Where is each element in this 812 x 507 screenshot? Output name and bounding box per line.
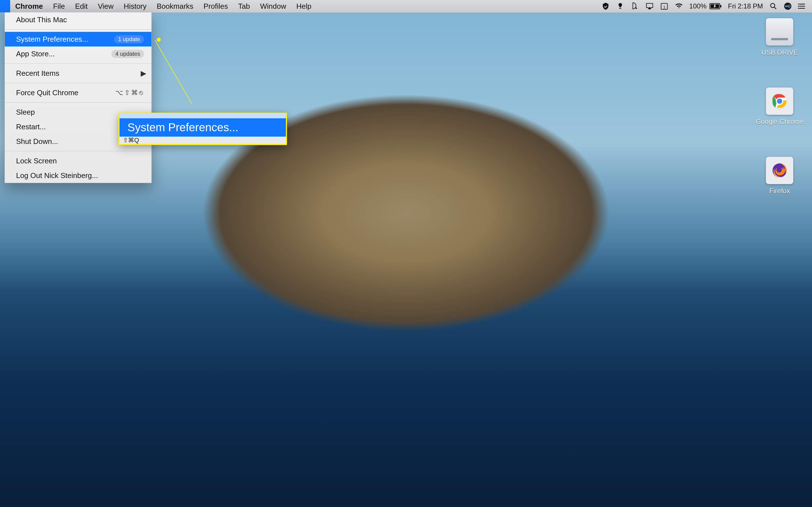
app-menu-history[interactable]: History [119, 0, 152, 12]
menu-label: Bookmarks [157, 2, 193, 11]
app-menu-file[interactable]: File [48, 0, 70, 12]
app-menu-bookmarks[interactable]: Bookmarks [152, 0, 199, 12]
app-menu-profiles[interactable]: Profiles [199, 0, 233, 12]
desktop-icons: USB DRIVEGoogle ChromeFirefox [756, 18, 804, 195]
menu-label: History [124, 2, 147, 11]
desktop-icon-label: Firefox [769, 187, 790, 195]
date-icon[interactable]: 1 [660, 2, 668, 10]
spotlight-icon[interactable] [769, 2, 777, 10]
svg-point-9 [798, 8, 799, 9]
battery-status[interactable]: 100% [689, 2, 722, 10]
firefox-icon [766, 157, 794, 184]
svg-text:1: 1 [663, 5, 665, 9]
menu-label: Window [260, 2, 286, 11]
apple-menu-dropdown: About This MacSystem Preferences...1 upd… [4, 12, 152, 183]
menu-item-label: Recent Items [16, 69, 59, 78]
menu-label: View [98, 2, 114, 11]
app-menu-edit[interactable]: Edit [70, 0, 93, 12]
svg-point-8 [798, 6, 799, 7]
menu-separator [5, 63, 151, 64]
svg-point-7 [798, 4, 799, 5]
apple-menu-item[interactable]: System Preferences...1 update [5, 32, 151, 47]
menu-label: File [53, 2, 65, 11]
callout-header-strip [119, 114, 286, 118]
update-badge: 1 update [114, 35, 144, 43]
menu-item-label: Log Out Nick Steinberg... [16, 171, 98, 180]
menu-label: Help [296, 2, 311, 11]
wifi-icon[interactable] [675, 2, 683, 10]
annotation-callout: System Preferences... ⇧⌘Q [118, 113, 287, 145]
callout-shortcut: ⇧⌘Q [123, 136, 139, 144]
submenu-arrow-icon: ▶ [141, 69, 146, 78]
drive-icon [766, 18, 794, 46]
menu-item-label: App Store... [16, 50, 55, 58]
menu-label: Tab [238, 2, 250, 11]
app-menu-tab[interactable]: Tab [233, 0, 255, 12]
apple-menu-item[interactable]: App Store...4 updates [5, 47, 151, 61]
apple-menu-item[interactable]: About This Mac [5, 12, 151, 27]
svg-point-5 [770, 3, 775, 8]
desktop-icon[interactable]: Google Chrome [756, 87, 804, 126]
menu-item-label: System Preferences... [16, 35, 88, 44]
menu-separator [5, 102, 151, 103]
menu-item-label: Lock Screen [16, 157, 57, 165]
menu-label: Chrome [15, 2, 43, 11]
menu-separator [5, 29, 151, 30]
desktop-icon-label: Google Chrome [756, 118, 804, 126]
menu-bar-clock[interactable]: Fri 2:18 PM [728, 2, 763, 10]
annotation-dot [157, 38, 161, 42]
menu-label: Edit [75, 2, 88, 11]
update-badge: 4 updates [111, 50, 144, 58]
apple-menu-item[interactable]: Recent Items▶ [5, 66, 151, 80]
clock-text: Fri 2:18 PM [728, 2, 763, 10]
svg-rect-3 [720, 5, 721, 7]
menu-item-label: Force Quit Chrome [16, 89, 79, 97]
app-menu-help[interactable]: Help [291, 0, 316, 12]
notification-center-icon[interactable] [798, 2, 806, 10]
siri-icon[interactable] [784, 2, 792, 10]
menu-separator [5, 83, 151, 83]
menu-label: Profiles [204, 2, 228, 11]
callout-title: System Preferences... [128, 121, 238, 133]
airplay-icon[interactable] [645, 2, 654, 10]
app3-status-icon[interactable] [631, 2, 639, 10]
battery-percent-text: 100% [689, 2, 707, 10]
desktop-icon[interactable]: Firefox [766, 157, 794, 195]
desktop-icon[interactable]: USB DRIVE [762, 18, 798, 56]
apple-menu-item[interactable]: Force Quit Chrome⌥⇧⌘⎋ [5, 86, 151, 100]
menu-item-label: About This Mac [16, 15, 67, 24]
chrome-icon [766, 87, 794, 115]
apple-menu-item[interactable]: Lock Screen [5, 154, 151, 168]
menu-item-label: Restart... [16, 122, 46, 131]
callout-highlighted-row: System Preferences... [119, 118, 286, 136]
menu-item-label: Shut Down... [16, 137, 58, 146]
apple-menu-item[interactable]: Log Out Nick Steinberg... [5, 168, 151, 183]
menu-shortcut: ⌥⇧⌘⎋ [115, 89, 144, 97]
app2-status-icon[interactable] [616, 2, 624, 10]
callout-peek-row: ⇧⌘Q [119, 136, 286, 144]
app-menu-window[interactable]: Window [255, 0, 291, 12]
apple-menu[interactable] [0, 0, 10, 12]
app-menu-view[interactable]: View [93, 0, 119, 12]
wallpaper-detail [0, 294, 812, 507]
menu-item-label: Sleep [16, 108, 35, 117]
menu-separator [5, 151, 151, 151]
app1-status-icon[interactable] [601, 2, 610, 10]
desktop-icon-label: USB DRIVE [762, 48, 798, 56]
app-menu-chrome[interactable]: Chrome [10, 0, 48, 12]
menu-bar: Chrome File Edit View History Bookmarks … [0, 0, 812, 13]
